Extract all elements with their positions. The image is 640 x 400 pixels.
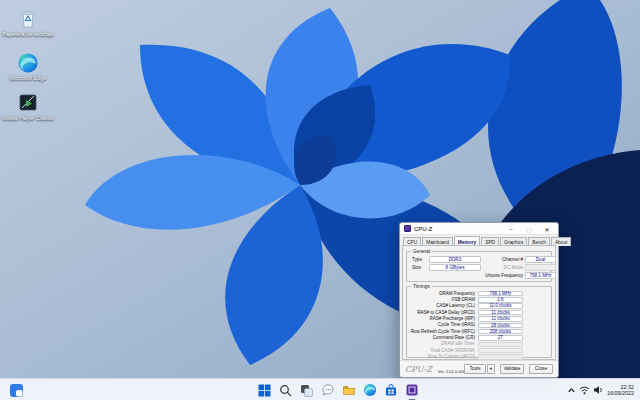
channel-value: Dual bbox=[525, 256, 556, 262]
window-titlebar[interactable]: CPU-Z – ▢ ✕ bbox=[400, 223, 558, 235]
search-icon bbox=[279, 384, 292, 397]
size-label: Size bbox=[412, 264, 421, 271]
cpuz-app-icon bbox=[404, 225, 411, 232]
file-explorer-button[interactable] bbox=[340, 382, 357, 399]
task-view-icon bbox=[300, 384, 313, 397]
taskbar: 22:32 16/09/2022 bbox=[0, 378, 640, 400]
minimize-button[interactable]: – bbox=[502, 223, 520, 235]
tray-volume-button[interactable] bbox=[593, 381, 604, 399]
type-label: Type bbox=[412, 256, 422, 263]
cpuz-taskbar-icon bbox=[405, 383, 419, 397]
uncore-frequency-label: Uncore Frequency bbox=[467, 272, 523, 279]
windows-start-icon bbox=[258, 384, 271, 397]
edge-icon bbox=[363, 383, 377, 397]
tools-button[interactable]: Tools bbox=[464, 364, 486, 374]
general-groupbox: General Type DDR3 Channel # Dual Size 8 … bbox=[406, 251, 552, 282]
tray-chevron-button[interactable] bbox=[567, 381, 576, 399]
wifi-icon bbox=[579, 385, 590, 395]
timing-value: 28 clocks bbox=[478, 323, 523, 329]
start-button[interactable] bbox=[256, 382, 273, 399]
timing-value: 11 clocks bbox=[478, 310, 523, 316]
media-player-icon bbox=[17, 92, 39, 114]
widgets-icon bbox=[9, 383, 24, 398]
desktop-icon-label: Papelera de reciclaje bbox=[2, 31, 54, 38]
desktop-icon-media-player[interactable]: Media Player Classic bbox=[2, 92, 54, 122]
tab-memory[interactable]: Memory bbox=[454, 236, 480, 245]
dc-mode-value bbox=[525, 264, 556, 270]
window-footer: CPU-Z Ver. 2.01.0.x64 Tools ▼ Validate C… bbox=[400, 360, 558, 377]
close-button[interactable]: Close bbox=[529, 364, 553, 374]
recycle-bin-icon bbox=[16, 6, 40, 30]
timing-value: 208 clocks bbox=[478, 329, 523, 335]
memory-tab-page: General Type DDR3 Channel # Dual Size 8 … bbox=[402, 245, 556, 360]
tray-network-button[interactable] bbox=[579, 381, 590, 399]
timing-value: 2T bbox=[478, 335, 523, 341]
dc-mode-label: DC Mode bbox=[487, 264, 523, 271]
chat-icon bbox=[321, 383, 335, 397]
widgets-button[interactable] bbox=[8, 382, 25, 399]
timing-value: 1:6 bbox=[478, 297, 523, 303]
close-window-button[interactable]: ✕ bbox=[538, 223, 556, 235]
edge-icon bbox=[17, 52, 39, 74]
timing-value: 11.0 clocks bbox=[478, 303, 523, 309]
task-view-button[interactable] bbox=[298, 382, 315, 399]
microsoft-store-icon bbox=[384, 383, 398, 397]
channel-label: Channel # bbox=[487, 256, 523, 263]
desktop-icon-label: Microsoft Edge bbox=[2, 75, 54, 82]
type-value: DDR3 bbox=[429, 256, 481, 262]
timing-value bbox=[478, 342, 523, 348]
cpuz-window: CPU-Z – ▢ ✕ CPU Mainboard Memory SPD Gra… bbox=[399, 222, 559, 378]
size-value: 8 GBytes bbox=[429, 264, 481, 270]
chevron-up-icon bbox=[567, 386, 576, 395]
general-legend: General bbox=[411, 249, 432, 254]
maximize-button: ▢ bbox=[520, 223, 538, 235]
uncore-frequency-value: 798.1 MHz bbox=[525, 272, 556, 278]
validate-button[interactable]: Validate bbox=[500, 364, 524, 374]
tools-dropdown-button[interactable]: ▼ bbox=[487, 364, 495, 374]
cpuz-taskbar-button[interactable] bbox=[403, 382, 420, 399]
search-button[interactable] bbox=[277, 382, 294, 399]
version-text: Ver. 2.01.0.x64 bbox=[438, 369, 465, 374]
store-button[interactable] bbox=[382, 382, 399, 399]
cpuz-logo: CPU-Z bbox=[405, 365, 432, 374]
desktop-icon-edge[interactable]: Microsoft Edge bbox=[2, 52, 54, 82]
timing-value: 798.1 MHz bbox=[478, 291, 523, 297]
edge-button[interactable] bbox=[361, 382, 378, 399]
timing-value bbox=[478, 348, 523, 354]
clock-date: 16/09/2022 bbox=[607, 390, 634, 396]
speaker-icon bbox=[593, 385, 604, 395]
taskbar-clock[interactable]: 22:32 16/09/2022 bbox=[607, 384, 636, 397]
chat-button[interactable] bbox=[319, 382, 336, 399]
timings-groupbox: Timings DRAM Frequency798.1 MHz FSB:DRAM… bbox=[406, 286, 552, 358]
timing-value: 11 clocks bbox=[478, 316, 523, 322]
timing-value bbox=[478, 354, 523, 360]
desktop-icon-label: Media Player Classic bbox=[2, 115, 54, 122]
file-explorer-icon bbox=[342, 383, 356, 397]
window-title: CPU-Z bbox=[414, 226, 432, 232]
timings-legend: Timings bbox=[411, 284, 432, 289]
desktop-icon-recycle-bin[interactable]: Papelera de reciclaje bbox=[2, 6, 54, 38]
